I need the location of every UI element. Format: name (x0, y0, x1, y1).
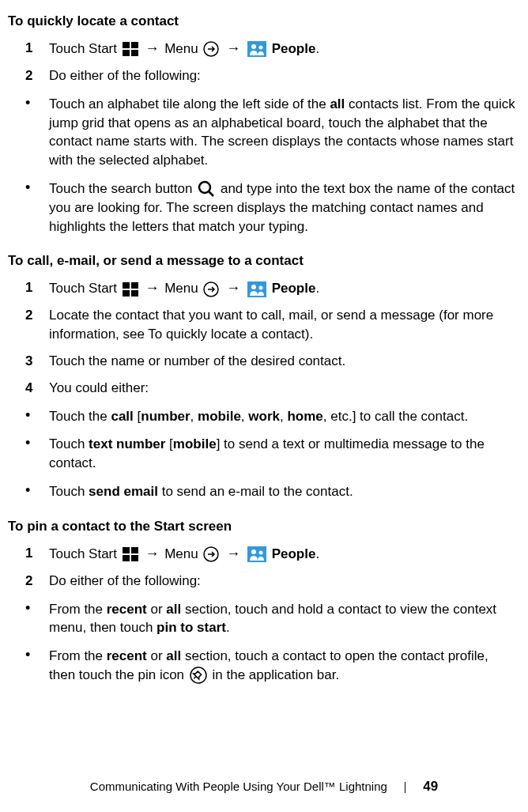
text-mobile: mobile (173, 436, 217, 451)
bullet-item: • Touch send email to send an e-mail to … (25, 482, 516, 501)
text-people: People (272, 41, 316, 56)
step-1-1: 1 Touch Start → Menu → People. (25, 39, 516, 59)
footer-divider (405, 782, 405, 793)
text: Touch the (49, 409, 111, 424)
text-mobile: mobile (198, 409, 241, 424)
section-heading-call: To call, e-mail, or send a message to a … (8, 251, 516, 270)
bullet-content: From the recent or all section, touch an… (49, 600, 516, 638)
step-2-4: 4 You could either: (25, 379, 516, 398)
text: Menu (164, 281, 202, 296)
bullet-item: • Touch the search button and type into … (25, 179, 516, 236)
text-all: all (166, 648, 181, 663)
people-icon (247, 546, 266, 562)
text: From the (49, 648, 107, 663)
step-3-1: 1 Touch Start → Menu → People. (25, 544, 516, 564)
text-text-number: text number (89, 436, 165, 451)
step-2-2: 2 Locate the contact that you want to ca… (25, 306, 516, 344)
bullet-item: • From the recent or all section, touch … (25, 600, 516, 638)
text: Touch Start (49, 546, 121, 561)
bullet-content: Touch the search button and type into th… (49, 179, 516, 236)
bullet-marker: • (25, 600, 49, 638)
bullet-content: From the recent or all section, touch a … (49, 647, 516, 685)
section-heading-locate: To quickly locate a contact (8, 12, 516, 31)
arrow-icon: → (226, 39, 240, 59)
step-content: Touch Start → Menu → People. (49, 278, 516, 298)
text: [ (134, 409, 141, 424)
step-number: 3 (25, 352, 49, 371)
text-pin-to-start: pin to start (157, 620, 226, 635)
bullet-item: • Touch an alphabet tile along the left … (25, 95, 516, 170)
text: , etc.] to call the contact. (323, 409, 468, 424)
text-home: home (287, 409, 322, 424)
text-period: . (315, 41, 319, 56)
bullet-item: • Touch text number [mobile] to send a t… (25, 435, 516, 473)
menu-arrow-icon (203, 281, 219, 297)
bullet-content: Touch text number [mobile] to send a tex… (49, 435, 516, 473)
bullet-marker: • (25, 407, 49, 426)
step-content: Do either of the following: (49, 572, 516, 591)
text-work: work (248, 409, 280, 424)
arrow-icon: → (226, 278, 240, 298)
people-icon (247, 41, 266, 57)
step-number: 2 (25, 66, 49, 85)
step-number: 2 (25, 572, 49, 591)
text: or (147, 648, 167, 663)
text: . (226, 620, 230, 635)
menu-arrow-icon (203, 546, 219, 562)
bullet-content: Touch an alphabet tile along the left si… (49, 95, 516, 170)
text: Touch Start (49, 41, 121, 56)
step-number: 1 (25, 39, 49, 59)
text: , (190, 409, 198, 424)
bullet-marker: • (25, 179, 49, 236)
text: Touch the search button (49, 181, 196, 196)
bullet-content: Touch send email to send an e-mail to th… (49, 482, 516, 501)
text-period: . (315, 546, 319, 561)
footer-title: Communicating With People Using Your Del… (90, 780, 387, 793)
step-number: 4 (25, 379, 49, 398)
step-content: Touch Start → Menu → People. (49, 544, 516, 564)
step-number: 1 (25, 544, 49, 564)
text-all: all (330, 96, 345, 111)
start-icon (123, 282, 138, 296)
start-icon (123, 42, 138, 56)
step-number: 2 (25, 306, 49, 344)
step-content: Touch the name or number of the desired … (49, 352, 516, 371)
section-heading-pin: To pin a contact to the Start screen (8, 517, 516, 536)
text: Touch Start (49, 281, 121, 296)
bullet-item: • Touch the call [number, mobile, work, … (25, 407, 516, 426)
page-number: 49 (423, 779, 438, 794)
page-footer: Communicating With People Using Your Del… (0, 777, 528, 796)
text-number: number (141, 409, 190, 424)
step-2-1: 1 Touch Start → Menu → People. (25, 278, 516, 298)
step-1-2: 2 Do either of the following: (25, 66, 516, 85)
text: to send an e-mail to the contact. (158, 484, 353, 499)
arrow-icon: → (145, 544, 159, 564)
text-recent: recent (107, 602, 147, 617)
bullet-marker: • (25, 435, 49, 473)
text: , (241, 409, 248, 424)
bullet-item: • From the recent or all section, touch … (25, 647, 516, 685)
text: Touch (49, 484, 89, 499)
text-all: all (166, 602, 181, 617)
arrow-icon: → (226, 544, 240, 564)
bullet-marker: • (25, 647, 49, 685)
arrow-icon: → (145, 278, 159, 298)
people-icon (247, 281, 266, 297)
text-recent: recent (107, 648, 147, 663)
text: Menu (164, 546, 202, 561)
bullet-marker: • (25, 482, 49, 501)
step-content: Touch Start → Menu → People. (49, 39, 516, 59)
text-call: call (111, 409, 133, 424)
step-content: You could either: (49, 379, 516, 398)
text: Touch an alphabet tile along the left si… (49, 96, 330, 111)
step-3-2: 2 Do either of the following: (25, 572, 516, 591)
text: From the (49, 602, 107, 617)
text: in the application bar. (213, 667, 340, 682)
search-icon (198, 180, 215, 198)
text-send-email: send email (89, 484, 158, 499)
text-period: . (315, 281, 319, 296)
step-content: Locate the contact that you want to call… (49, 306, 516, 344)
bullet-marker: • (25, 95, 49, 170)
text: or (147, 602, 167, 617)
step-number: 1 (25, 278, 49, 298)
